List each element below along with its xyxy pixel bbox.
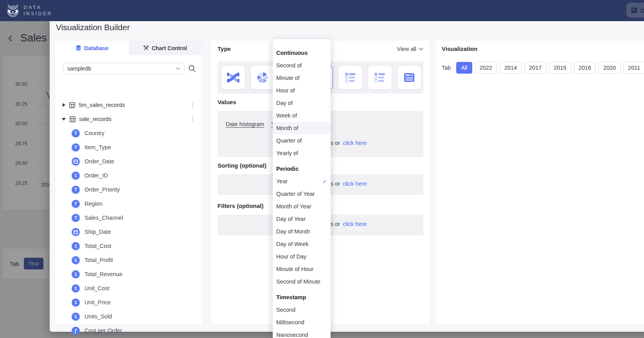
database-select-value: sampledb bbox=[67, 65, 91, 72]
date-field-icon bbox=[72, 157, 80, 166]
dropdown-item[interactable]: Nanosecond bbox=[273, 329, 331, 338]
caret-down-icon[interactable] bbox=[62, 118, 66, 121]
year-tab-all[interactable]: All bbox=[456, 62, 472, 74]
chart-type-checkbox-list[interactable] bbox=[368, 66, 392, 89]
dropdown-item[interactable]: Yearly of bbox=[273, 147, 331, 159]
table-icon bbox=[70, 116, 76, 122]
field-row[interactable]: Ship_Date bbox=[72, 225, 189, 239]
click-here-link[interactable]: click here bbox=[343, 140, 367, 146]
dropdown-item[interactable]: Month of Year bbox=[273, 200, 331, 213]
app-logo[interactable]: DATA INSIDER bbox=[5, 3, 52, 18]
logo-line-1: DATA bbox=[23, 4, 52, 11]
dropdown-item[interactable]: Day of Week bbox=[273, 238, 331, 250]
value-chip-date-histogram[interactable]: Date histogram bbox=[226, 121, 264, 127]
table-row-5m-sales-records[interactable]: 5m_sales_records ⋮ bbox=[56, 98, 201, 112]
tab-database-label: Database bbox=[84, 45, 108, 51]
field-row[interactable]: Order_Date bbox=[72, 154, 189, 168]
text-field-icon: T bbox=[72, 200, 80, 208]
field-row[interactable]: fCost per Order bbox=[72, 324, 189, 338]
visualization-builder-modal: Visualization Builder Database bbox=[50, 18, 644, 332]
number-field-icon: 1 bbox=[72, 256, 80, 264]
table-icon bbox=[69, 102, 75, 108]
year-tab[interactable]: 2016 bbox=[574, 62, 596, 74]
dropdown-section-header: Timestamp bbox=[273, 291, 331, 304]
chart-type-pie[interactable] bbox=[251, 66, 274, 89]
field-row[interactable]: TOrder_Priority bbox=[72, 183, 189, 197]
text-field-icon: T bbox=[72, 143, 80, 152]
dropdown-item-highlighted[interactable]: Month of bbox=[273, 122, 331, 134]
visualization-panel: Visualization Tab All 2022 2014 2017 201… bbox=[435, 41, 644, 324]
logo-line-2: INSIDER bbox=[23, 11, 52, 17]
database-select[interactable]: sampledb bbox=[63, 63, 185, 74]
caret-right-icon[interactable] bbox=[63, 103, 65, 107]
field-row[interactable]: 1Total_Profit bbox=[72, 253, 189, 267]
dropdown-item[interactable]: Minute of Hour bbox=[273, 263, 331, 275]
field-row[interactable]: 1Units_Sold bbox=[72, 309, 189, 324]
tab-database[interactable]: Database bbox=[56, 41, 129, 55]
year-tab[interactable]: 2015 bbox=[549, 62, 571, 74]
layout-grid-icon bbox=[631, 7, 638, 14]
table-name: sale_records bbox=[79, 116, 112, 122]
year-tab-row: Tab All 2022 2014 2017 2015 2016 2020 20… bbox=[442, 62, 644, 74]
number-field-icon: 1 bbox=[72, 270, 80, 278]
wrench-hammer-icon bbox=[143, 45, 149, 51]
year-tab[interactable]: 2020 bbox=[599, 62, 621, 74]
dropdown-item[interactable]: Hour of Day bbox=[273, 250, 331, 263]
field-row[interactable]: 1Total_Revenue bbox=[72, 267, 189, 281]
field-row[interactable]: TCountry bbox=[72, 126, 189, 140]
number-field-icon: 1 bbox=[72, 242, 80, 250]
click-here-link[interactable]: click here bbox=[343, 221, 367, 227]
field-row[interactable]: TItem_Type bbox=[72, 140, 189, 154]
dropdown-item[interactable]: Hour of bbox=[273, 84, 331, 97]
year-tab[interactable]: 2017 bbox=[524, 62, 546, 74]
field-row[interactable]: 1Unit_Cost bbox=[72, 281, 189, 295]
nav-button-label: D bbox=[640, 7, 644, 14]
dropdown-item[interactable]: Quarter of bbox=[273, 134, 331, 147]
field-row[interactable]: TRegion bbox=[72, 197, 189, 211]
dropdown-item-checked[interactable]: Year ✓ bbox=[273, 175, 331, 188]
number-field-icon: 1 bbox=[72, 298, 80, 307]
field-row[interactable]: TSales_Channel bbox=[72, 211, 189, 225]
number-field-icon: 1 bbox=[72, 284, 80, 293]
dashboard-toggle-button[interactable]: D bbox=[626, 3, 644, 18]
dropdown-item[interactable]: Second of Minute bbox=[273, 275, 331, 288]
chart-type-sankey[interactable] bbox=[221, 66, 245, 89]
year-tab[interactable]: 2022 bbox=[475, 62, 497, 74]
dropdown-section-header: Continuous bbox=[273, 47, 331, 59]
text-field-icon: T bbox=[72, 129, 80, 137]
view-all-button[interactable]: View all bbox=[397, 46, 423, 52]
field-row[interactable]: 1Total_Cost bbox=[72, 239, 189, 253]
kebab-menu-icon[interactable]: ⋮ bbox=[189, 116, 196, 122]
dropdown-item[interactable]: Week of bbox=[273, 109, 331, 122]
chart-type-select-filter[interactable] bbox=[398, 66, 421, 89]
date-field-icon bbox=[72, 228, 80, 236]
number-field-icon: 1 bbox=[72, 172, 80, 180]
table-row-sale-records[interactable]: sale_records ⋮ bbox=[56, 112, 201, 126]
database-icon bbox=[76, 45, 81, 51]
dropdown-item[interactable]: Day of Year bbox=[273, 213, 331, 225]
dropdown-item[interactable]: Minute of bbox=[273, 72, 331, 84]
year-tab[interactable]: 2011 bbox=[623, 62, 644, 74]
dropdown-item[interactable]: Second of bbox=[273, 59, 331, 72]
dropdown-item[interactable]: Day of Month bbox=[273, 225, 331, 238]
text-field-icon: T bbox=[72, 214, 80, 222]
check-icon: ✓ bbox=[322, 178, 327, 184]
tab-chart-control[interactable]: Chart Control bbox=[129, 41, 202, 55]
kebab-menu-icon[interactable]: ⋮ bbox=[189, 102, 196, 108]
text-field-icon: T bbox=[72, 186, 80, 194]
chevron-down-icon bbox=[176, 67, 180, 70]
dropdown-item[interactable]: Millisecond bbox=[273, 316, 331, 329]
dropdown-item[interactable]: Second bbox=[273, 304, 331, 316]
search-icon[interactable] bbox=[188, 65, 196, 72]
chart-type-radio-list[interactable] bbox=[339, 66, 362, 89]
screen: Sales Sa 30.50 30.25 30.00 29.75 29.50 2… bbox=[0, 0, 644, 338]
click-here-link[interactable]: click here bbox=[343, 181, 367, 187]
dropdown-item[interactable]: Day of bbox=[273, 97, 331, 109]
field-row[interactable]: 1Unit_Price bbox=[72, 295, 189, 309]
dropdown-item[interactable]: Quarter of Year bbox=[273, 188, 331, 200]
field-row[interactable]: 1Order_ID bbox=[72, 168, 189, 183]
tab-chart-control-label: Chart Control bbox=[152, 45, 187, 51]
number-field-icon: 1 bbox=[72, 313, 80, 321]
table-name: 5m_sales_records bbox=[79, 102, 125, 108]
year-tab[interactable]: 2014 bbox=[500, 62, 522, 74]
